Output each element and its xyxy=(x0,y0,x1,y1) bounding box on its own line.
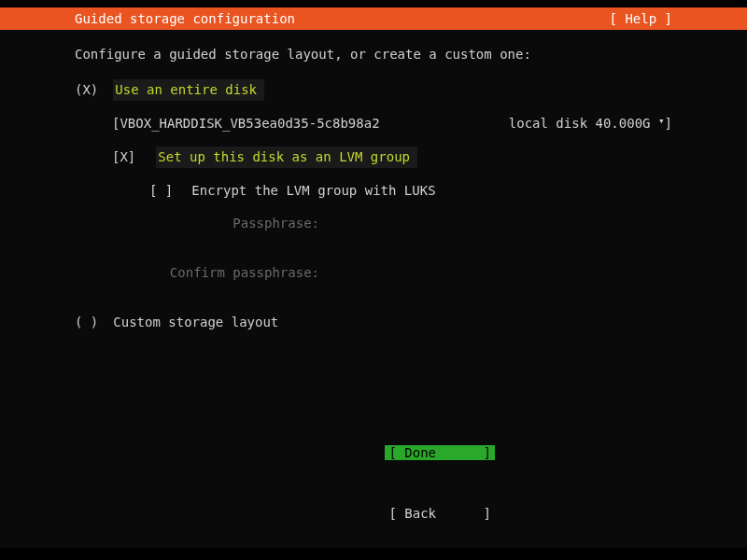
radio-marker-selected-icon: (X) xyxy=(75,80,98,100)
passphrase-label: Passphrase: xyxy=(149,214,327,233)
disk-selector[interactable]: [ VBOX_HARDDISK_VB53ea0d35-5c8b98a2 loca… xyxy=(112,114,672,133)
checkbox-unchecked-icon: [ ] xyxy=(149,181,173,201)
option-custom-layout-label: Custom storage layout xyxy=(113,313,278,332)
page-title: Guided storage configuration xyxy=(75,9,295,29)
prompt-text: Configure a guided storage layout, or cr… xyxy=(75,45,672,64)
help-button[interactable]: [ Help ] xyxy=(610,9,672,29)
option-custom-layout[interactable]: ( ) Custom storage layout xyxy=(75,313,672,332)
checkbox-lvm-label: Set up this disk as an LVM group xyxy=(156,147,417,168)
back-button[interactable]: [ Back ] xyxy=(385,506,495,521)
checkbox-lvm[interactable]: [X] Set up this disk as an LVM group xyxy=(112,147,672,168)
bracket-close: ] xyxy=(665,114,672,133)
bracket-open: [ xyxy=(112,114,120,133)
option-use-entire-disk[interactable]: (X) Use an entire disk xyxy=(75,79,672,101)
disk-info: local disk 40.000G xyxy=(509,114,658,133)
confirm-passphrase-label: Confirm passphrase: xyxy=(149,263,327,283)
disk-name: VBOX_HARDDISK_VB53ea0d35-5c8b98a2 xyxy=(120,114,379,133)
option-use-entire-disk-label: Use an entire disk xyxy=(113,79,264,101)
done-button[interactable]: [ Done ] xyxy=(385,445,495,460)
header-bar: Guided storage configuration [ Help ] xyxy=(0,7,747,30)
chevron-down-icon: ▾ xyxy=(658,114,665,133)
checkbox-checked-icon: [X] xyxy=(112,147,135,167)
checkbox-encrypt-label: Encrypt the LVM group with LUKS xyxy=(191,181,435,201)
passphrase-field: Passphrase: xyxy=(149,214,672,233)
footer-buttons: [ Done ] [ Back ] xyxy=(0,423,747,548)
confirm-passphrase-field: Confirm passphrase: xyxy=(149,263,672,283)
checkbox-encrypt[interactable]: [ ] Encrypt the LVM group with LUKS xyxy=(149,181,672,201)
main-content: Configure a guided storage layout, or cr… xyxy=(0,30,747,548)
radio-marker-unselected-icon: ( ) xyxy=(75,313,98,332)
